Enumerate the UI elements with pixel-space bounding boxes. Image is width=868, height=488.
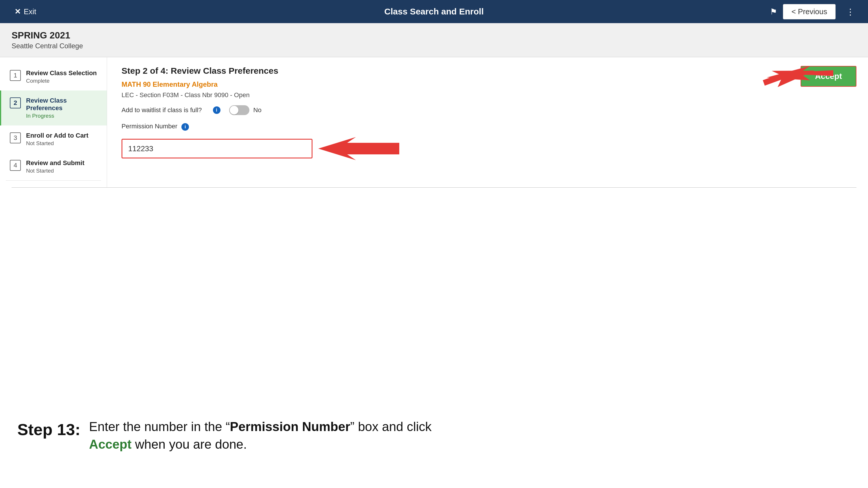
waitlist-toggle[interactable]: No — [229, 105, 261, 115]
svg-marker-2 — [318, 137, 399, 160]
step-4-label: Review and Submit — [26, 159, 85, 167]
step-heading: Step 2 of 4: Review Class Preferences — [122, 66, 854, 76]
sidebar-step-1[interactable]: 1 Review Class Selection Complete — [0, 63, 107, 91]
top-bar: ✕ Exit Class Search and Enroll ⚑ < Previ… — [0, 0, 868, 23]
waitlist-info-icon[interactable]: i — [213, 106, 220, 114]
page-title: Class Search and Enroll — [384, 7, 484, 17]
term-college: Seattle Central College — [11, 42, 857, 50]
section-divider — [11, 187, 857, 188]
step-3-number: 3 — [10, 132, 21, 143]
step-2-number: 2 — [10, 97, 21, 108]
step-3-status: Not Started — [26, 140, 89, 147]
permission-number-label: Permission Number i — [122, 123, 854, 131]
arrow-to-input-icon — [318, 134, 399, 163]
term-header: SPRING 2021 Seattle Central College — [0, 23, 868, 57]
step-4-status: Not Started — [26, 168, 85, 174]
form-area: Accept Step 2 of 4: Review Class Prefere… — [107, 57, 868, 187]
sidebar-step-2[interactable]: 2 Review Class Preferences In Progress — [0, 91, 107, 126]
step-1-number: 1 — [10, 70, 21, 81]
exit-button[interactable]: ✕ Exit — [9, 5, 42, 19]
toggle-thumb — [230, 106, 239, 115]
permission-number-bold: Permission Number — [230, 420, 350, 434]
step-1-info: Review Class Selection Complete — [26, 69, 97, 84]
toggle-track[interactable] — [229, 105, 249, 115]
class-detail: LEC - Section F03M - Class Nbr 9090 - Op… — [122, 91, 854, 99]
accept-button[interactable]: Accept — [801, 66, 857, 87]
step-2-label: Review Class Preferences — [26, 97, 98, 112]
step-2-status: In Progress — [26, 113, 98, 119]
step-3-info: Enroll or Add to Cart Not Started — [26, 132, 89, 147]
more-options-button[interactable]: ⋮ — [841, 5, 859, 18]
step13-text: Enter the number in the “Permission Numb… — [89, 418, 432, 453]
waitlist-label: Add to waitlist if class is full? — [122, 106, 202, 114]
accept-inline-label: Accept — [89, 437, 132, 451]
sidebar-step-4[interactable]: 4 Review and Submit Not Started — [0, 153, 107, 181]
exit-label: Exit — [24, 7, 36, 16]
close-icon: ✕ — [14, 7, 21, 16]
class-name: MATH 90 Elementary Algebra — [122, 80, 854, 89]
main-content: 1 Review Class Selection Complete 2 Revi… — [0, 57, 868, 187]
step-1-status: Complete — [26, 78, 97, 84]
step-4-number: 4 — [10, 160, 21, 171]
permission-input-row — [122, 134, 854, 163]
toggle-label: No — [253, 106, 261, 114]
top-bar-actions: ⚑ < Previous ⋮ — [770, 4, 859, 20]
permission-info-icon[interactable]: i — [181, 123, 189, 131]
previous-button[interactable]: < Previous — [783, 4, 836, 20]
step13-label: Step 13: — [18, 420, 81, 439]
step-3-label: Enroll or Add to Cart — [26, 132, 89, 139]
step-4-info: Review and Submit Not Started — [26, 159, 85, 174]
flag-icon[interactable]: ⚑ — [770, 7, 777, 17]
sidebar-step-3[interactable]: 3 Enroll or Add to Cart Not Started — [0, 126, 107, 153]
step-2-info: Review Class Preferences In Progress — [26, 97, 98, 119]
sidebar: 1 Review Class Selection Complete 2 Revi… — [0, 57, 107, 187]
step-1-label: Review Class Selection — [26, 69, 97, 77]
sidebar-divider — [6, 181, 101, 181]
waitlist-row: Add to waitlist if class is full? i No — [122, 105, 854, 115]
term-title: SPRING 2021 — [11, 30, 857, 41]
permission-number-input[interactable] — [122, 139, 312, 158]
instruction-section: Step 13: Enter the number in the “Permis… — [18, 418, 432, 453]
